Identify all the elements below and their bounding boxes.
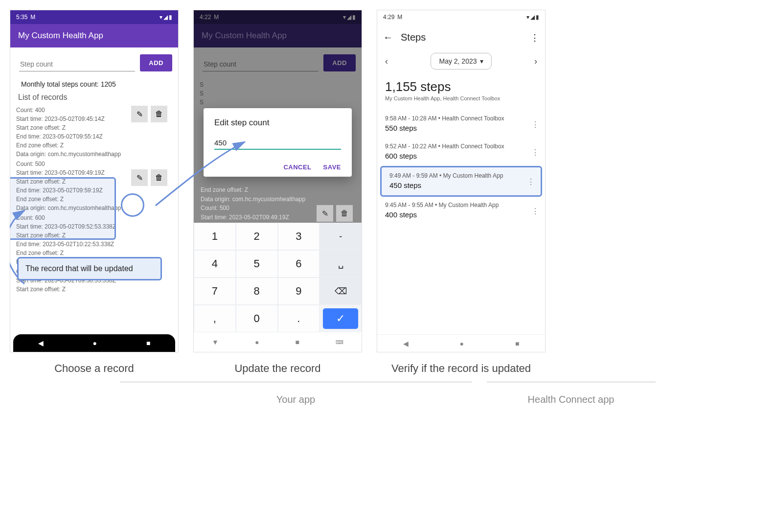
home-nav-icon[interactable]: ●	[460, 340, 464, 347]
item-more-icon[interactable]: ⋮	[527, 177, 535, 186]
key-9[interactable]: 9	[278, 278, 320, 305]
key-6[interactable]: 6	[278, 250, 320, 278]
prev-day-button[interactable]: ‹	[381, 54, 392, 69]
steps-list-item[interactable]: 9:58 AM - 10:28 AM • Health Connect Tool…	[377, 110, 545, 138]
annotation-callout: The record that will be updated	[17, 257, 162, 280]
key-period[interactable]: .	[278, 305, 320, 332]
signal-icon: ◢	[530, 14, 535, 21]
phone-choose-record: 5:35M ▾◢▮ My Custom Health App ADD Month…	[10, 10, 179, 352]
recents-nav-icon[interactable]: ■	[146, 339, 150, 347]
signal-icon: ◢	[163, 14, 168, 21]
save-button[interactable]: SAVE	[323, 163, 341, 171]
battery-icon: ▮	[536, 14, 539, 21]
wifi-icon: ▾	[526, 14, 529, 21]
dialog-input[interactable]	[214, 137, 341, 150]
delete-icon[interactable]: 🗑	[151, 169, 167, 186]
date-picker-chip[interactable]: May 2, 2023▾	[431, 53, 491, 69]
status-time: 5:35	[16, 14, 27, 21]
step-count-input[interactable]	[19, 57, 135, 71]
key-done[interactable]: ✓	[322, 308, 359, 329]
mail-icon: M	[30, 14, 35, 21]
total-steps-label: 1,155 steps	[377, 79, 545, 94]
back-nav-icon[interactable]: ▼	[212, 338, 219, 346]
list-title: List of records	[18, 93, 172, 102]
delete-icon[interactable]: 🗑	[336, 205, 353, 222]
group-label-left: Your app	[120, 391, 472, 405]
dropdown-icon: ▾	[480, 57, 483, 65]
dialog-title: Edit step count	[214, 118, 341, 128]
key-0[interactable]: 0	[236, 305, 278, 332]
back-arrow-icon[interactable]: ←	[383, 32, 393, 43]
status-time: 4:29	[383, 14, 394, 21]
item-more-icon[interactable]: ⋮	[531, 206, 539, 215]
record-item: Count: 500 Start time: 2023-05-02T09:49:…	[16, 160, 172, 212]
delete-icon[interactable]: 🗑	[151, 106, 167, 122]
key-minus[interactable]: -	[319, 223, 362, 250]
numeric-keypad: 1 2 3 - 4 5 6 ␣ 7 8 9 ⌫ , 0 . ✓	[194, 223, 362, 332]
recents-nav-icon[interactable]: ■	[295, 338, 299, 346]
nav-bar: ▼ ● ■ ⌨	[194, 332, 362, 352]
steps-list-item[interactable]: 9:45 AM - 9:55 AM • My Custom Health App…	[377, 197, 545, 225]
key-1[interactable]: 1	[194, 223, 236, 250]
app-bar: My Custom Health App	[10, 24, 178, 47]
nav-bar: ◀ ● ■	[13, 334, 175, 352]
record-item: Count: 400 Start time: 2023-05-02T09:45:…	[16, 106, 172, 159]
recents-nav-icon[interactable]: ■	[515, 340, 519, 347]
home-nav-icon[interactable]: ●	[255, 338, 259, 346]
status-bar: 4:29M ▾◢▮	[377, 10, 545, 24]
caption-phone2: Update the record	[234, 362, 320, 375]
add-button[interactable]: ADD	[140, 54, 172, 71]
keyboard-hide-icon[interactable]: ⌨	[336, 339, 343, 346]
edit-dialog: Edit step count CANCEL SAVE	[204, 108, 352, 177]
nav-bar: ◀ ● ■	[377, 334, 545, 352]
key-3[interactable]: 3	[278, 223, 320, 250]
group-label-right: Health Connect app	[487, 391, 656, 405]
mail-icon: M	[397, 14, 402, 21]
more-icon[interactable]: ⋮	[530, 32, 539, 43]
key-4[interactable]: 4	[194, 250, 236, 278]
steps-list-item[interactable]: 9:52 AM - 10:22 AM • Health Connect Tool…	[377, 138, 545, 166]
key-2[interactable]: 2	[236, 223, 278, 250]
key-5[interactable]: 5	[236, 250, 278, 278]
status-bar: 5:35M ▾◢▮	[10, 10, 178, 24]
next-day-button[interactable]: ›	[530, 54, 541, 69]
back-nav-icon[interactable]: ◀	[403, 340, 409, 347]
key-backspace[interactable]: ⌫	[319, 278, 362, 305]
home-nav-icon[interactable]: ●	[93, 339, 97, 347]
wifi-icon: ▾	[160, 14, 162, 21]
edit-icon[interactable]: ✎	[131, 169, 148, 186]
key-7[interactable]: 7	[194, 278, 236, 305]
cancel-button[interactable]: CANCEL	[283, 163, 311, 171]
item-more-icon[interactable]: ⋮	[531, 147, 539, 157]
key-comma[interactable]: ,	[194, 305, 236, 332]
key-8[interactable]: 8	[236, 278, 278, 305]
phone-update-record: 4:22M ▾◢▮ My Custom Health App ADD SSS E…	[193, 10, 362, 352]
battery-icon: ▮	[169, 14, 172, 21]
caption-phone3: Verify if the record is updated	[391, 362, 531, 375]
item-more-icon[interactable]: ⋮	[531, 119, 539, 129]
steps-list-item-highlighted[interactable]: 9:49 AM - 9:59 AM • My Custom Health App…	[380, 166, 542, 197]
app-title: My Custom Health App	[18, 31, 103, 41]
monthly-total-label: Monthly total steps count: 1205	[21, 80, 172, 88]
phone-verify-record: 4:29M ▾◢▮ ← Steps ⋮ ‹ May 2, 2023▾ › 1,1…	[377, 10, 546, 352]
key-space[interactable]: ␣	[319, 250, 362, 278]
edit-icon[interactable]: ✎	[317, 205, 333, 222]
edit-icon[interactable]: ✎	[131, 106, 148, 122]
caption-phone1: Choose a record	[54, 362, 134, 375]
page-title: Steps	[401, 32, 523, 43]
sources-subtitle: My Custom Health App, Health Connect Too…	[377, 94, 545, 110]
back-nav-icon[interactable]: ◀	[38, 339, 44, 347]
